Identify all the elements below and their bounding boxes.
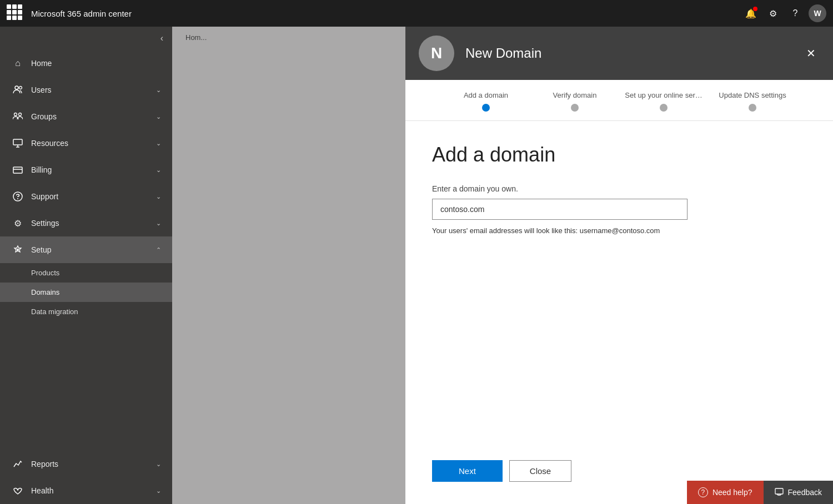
svg-point-1 [19, 87, 22, 89]
home-icon: ⌂ [11, 57, 24, 70]
svg-rect-4 [13, 139, 22, 145]
step-add-domain-label: Add a domain [464, 91, 508, 99]
svg-point-2 [14, 113, 17, 116]
step-setup-online: Set up your online ser… [619, 91, 708, 120]
settings-sidebar-icon: ⚙ [11, 216, 24, 230]
groups-chevron-icon: ⌄ [156, 113, 161, 120]
sidebar-item-users-label: Users [31, 85, 156, 94]
need-help-label: Need help? [712, 488, 752, 497]
content-area: Hom... N New Domain ✕ Add a domain [172, 27, 833, 504]
modal-header: N New Domain ✕ [405, 27, 833, 80]
svg-rect-5 [13, 167, 22, 173]
modal-overlay: N New Domain ✕ Add a domain Verify domai… [172, 27, 833, 504]
feedback-button[interactable]: Feedback [764, 481, 833, 504]
step-add-domain-dot [482, 104, 490, 112]
settings-chevron-icon: ⌄ [156, 220, 161, 227]
sidebar-item-setup[interactable]: Setup ⌃ [0, 236, 172, 263]
sidebar-item-resources[interactable]: Resources ⌄ [0, 130, 172, 157]
modal-close-button[interactable]: ✕ [802, 44, 820, 62]
help-icon[interactable]: ? [786, 4, 804, 22]
step-setup-online-label: Set up your online ser… [625, 91, 702, 99]
sidebar-item-reports-label: Reports [31, 460, 156, 468]
sidebar-item-reports[interactable]: Reports ⌄ [0, 451, 172, 477]
health-chevron-icon: ⌄ [156, 487, 161, 495]
waffle-button[interactable] [7, 4, 24, 22]
modal-title: New Domain [465, 46, 802, 61]
sidebar-item-setup-label: Setup [31, 245, 156, 254]
notification-dot [753, 7, 757, 11]
resources-icon [11, 137, 24, 150]
step-update-dns: Update DNS settings [708, 91, 797, 120]
step-setup-online-dot [660, 104, 668, 112]
reports-icon [11, 457, 24, 471]
sidebar-item-groups[interactable]: Groups ⌄ [0, 103, 172, 130]
next-button[interactable]: Next [432, 460, 503, 482]
app-title: Microsoft 365 admin center [31, 9, 742, 18]
step-update-dns-dot [749, 104, 756, 112]
add-domain-heading: Add a domain [432, 143, 806, 167]
notification-icon[interactable]: 🔔 [742, 4, 760, 22]
settings-icon[interactable]: ⚙ [764, 4, 782, 22]
need-help-button[interactable]: ? Need help? [687, 481, 764, 504]
sidebar-collapse-button[interactable]: ‹ [0, 27, 172, 50]
email-hint: Your users' email addresses will look li… [432, 226, 806, 235]
bottom-bar: ? Need help? Feedback [687, 481, 833, 504]
sidebar-item-users[interactable]: Users ⌄ [0, 77, 172, 103]
steps-bar: Add a domain Verify domain Set up your o… [405, 80, 833, 121]
setup-icon [11, 243, 24, 256]
step-verify-domain-dot [571, 104, 579, 112]
billing-chevron-icon: ⌄ [156, 167, 161, 174]
domain-input[interactable] [432, 199, 688, 220]
sidebar-item-support[interactable]: Support ⌄ [0, 183, 172, 210]
svg-point-7 [17, 198, 18, 199]
sidebar-item-settings[interactable]: ⚙ Settings ⌄ [0, 210, 172, 236]
modal-body: Add a domain Enter a domain you own. You… [405, 121, 833, 447]
user-avatar[interactable]: W [809, 4, 826, 22]
sidebar-sub-item-data-migration[interactable]: Data migration [0, 302, 172, 321]
sidebar-sub-item-products[interactable]: Products [0, 263, 172, 283]
sidebar-item-home[interactable]: ⌂ Home [0, 50, 172, 77]
resources-chevron-icon: ⌄ [156, 140, 161, 147]
setup-chevron-icon: ⌃ [156, 246, 161, 254]
svg-point-0 [15, 86, 18, 89]
health-icon [11, 484, 24, 497]
main-container: ‹ ⌂ Home Users ⌄ Groups ⌄ Resources ⌄ [0, 27, 833, 504]
domain-input-label: Enter a domain you own. [432, 184, 806, 193]
feedback-icon [775, 488, 784, 497]
svg-rect-9 [775, 488, 783, 494]
support-icon [11, 190, 24, 203]
sidebar-item-groups-label: Groups [31, 112, 156, 121]
groups-icon [11, 110, 24, 123]
modal-avatar: N [419, 36, 454, 71]
step-update-dns-label: Update DNS settings [719, 91, 786, 99]
step-add-domain: Add a domain [441, 91, 530, 120]
support-chevron-icon: ⌄ [156, 193, 161, 200]
new-domain-modal: N New Domain ✕ Add a domain Verify domai… [405, 27, 833, 504]
sidebar-item-support-label: Support [31, 192, 156, 201]
svg-point-3 [19, 113, 22, 116]
topbar: Microsoft 365 admin center 🔔 ⚙ ? W [0, 0, 833, 27]
sidebar-sub-item-domains[interactable]: Domains [0, 283, 172, 302]
feedback-label: Feedback [788, 488, 822, 497]
billing-icon [11, 163, 24, 177]
need-help-icon: ? [698, 487, 708, 497]
sidebar: ‹ ⌂ Home Users ⌄ Groups ⌄ Resources ⌄ [0, 27, 172, 504]
sidebar-item-home-label: Home [31, 59, 161, 68]
svg-point-8 [17, 249, 19, 251]
close-button[interactable]: Close [509, 460, 571, 482]
reports-chevron-icon: ⌄ [156, 461, 161, 468]
sidebar-item-billing-label: Billing [31, 165, 156, 174]
sidebar-item-billing[interactable]: Billing ⌄ [0, 157, 172, 183]
step-verify-domain-label: Verify domain [553, 91, 597, 99]
sidebar-item-health-label: Health [31, 486, 156, 495]
step-verify-domain: Verify domain [530, 91, 619, 120]
users-chevron-icon: ⌄ [156, 87, 161, 94]
sidebar-item-resources-label: Resources [31, 139, 156, 148]
sidebar-item-settings-label: Settings [31, 219, 156, 228]
sidebar-item-health[interactable]: Health ⌄ [0, 477, 172, 504]
users-icon [11, 83, 24, 97]
